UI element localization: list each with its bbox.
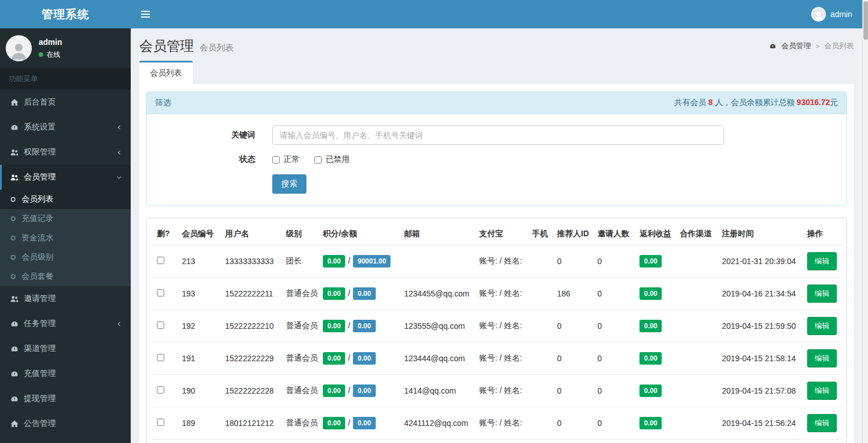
- invite-count-cell: 0: [593, 245, 635, 278]
- channel-cell: [675, 440, 717, 443]
- page-title: 会员管理 会员列表: [139, 37, 234, 55]
- row-delete-checkbox[interactable]: [157, 257, 164, 264]
- username-cell: 15222222229: [221, 342, 281, 375]
- page-scrollbar[interactable]: [862, 0, 868, 443]
- sidebar-item-label: 邀请管理: [24, 294, 56, 304]
- status-option-disabled[interactable]: 已禁用: [314, 154, 350, 165]
- edit-button[interactable]: 编辑: [807, 317, 837, 335]
- email-cell: 1234455@qq.com: [400, 278, 475, 310]
- sidebar-subitem[interactable]: 会员套餐: [0, 267, 131, 286]
- row-delete-checkbox[interactable]: [157, 289, 164, 296]
- col-actions: 操作: [803, 223, 843, 245]
- col-phone: 手机: [528, 223, 553, 245]
- row-delete-checkbox[interactable]: [157, 321, 164, 329]
- col-referrer-id: 推荐人ID: [553, 223, 593, 245]
- status-option-normal[interactable]: 正常: [272, 154, 300, 165]
- edit-button[interactable]: 编辑: [807, 414, 837, 432]
- checkbox-normal[interactable]: [272, 156, 280, 164]
- referrer-id-cell: 0: [553, 375, 593, 407]
- member-id-cell: 189: [177, 407, 221, 440]
- scrollbar-thumb[interactable]: [863, 1, 868, 40]
- points-badge: 0.00: [323, 352, 345, 365]
- channel-cell: [675, 245, 717, 278]
- referrer-id-cell: 0: [553, 342, 593, 375]
- row-delete-checkbox[interactable]: [157, 354, 164, 361]
- alipay-cell: 账号: / 姓名:: [475, 375, 528, 407]
- sidebar-user-panel: admin 在线: [0, 28, 131, 68]
- sidebar-subitem[interactable]: 会员列表: [0, 190, 131, 209]
- sidebar-item[interactable]: 轮播图管理: [0, 436, 131, 443]
- sidebar-item[interactable]: 后台首页: [0, 90, 131, 115]
- member-id-cell: 191: [177, 342, 221, 375]
- sidebar-item[interactable]: 权限管理: [0, 140, 131, 165]
- table-row: 188 15222222227 普通会员 0.00/0.00 123456@qq…: [152, 440, 843, 443]
- gauge-icon: [10, 370, 19, 378]
- phone-cell: [528, 440, 553, 443]
- sidebar-item[interactable]: 系统设置: [0, 115, 131, 140]
- sidebar-item[interactable]: 任务管理: [0, 311, 131, 336]
- gauge-icon: [10, 395, 19, 403]
- edit-button[interactable]: 编辑: [807, 349, 837, 367]
- rebate-badge: 0.00: [639, 417, 662, 429]
- sidebar-item[interactable]: 邀请管理: [0, 286, 131, 311]
- balance-badge: 0.00: [353, 320, 375, 332]
- checkbox-disabled[interactable]: [314, 156, 322, 164]
- alipay-cell: 账号: / 姓名:: [475, 342, 528, 375]
- register-time-cell: 2019-04-15 21:47:30: [717, 440, 803, 443]
- breadcrumb-parent[interactable]: 会员管理: [781, 41, 811, 51]
- level-cell: 普通会员: [281, 278, 318, 310]
- edit-button[interactable]: 编辑: [807, 285, 837, 303]
- sidebar-username: admin: [39, 37, 62, 47]
- sidebar-item[interactable]: 会员管理: [0, 165, 131, 190]
- sidebar: admin 在线 功能菜单 后台首页系统设置权限管理会员管理会员列表充值记录资金…: [0, 28, 131, 443]
- edit-button[interactable]: 编辑: [807, 252, 837, 270]
- channel-cell: [675, 407, 717, 440]
- points-balance-cell: 0.00/0.00: [318, 375, 400, 407]
- col-username: 用户名: [221, 223, 281, 245]
- sidebar-item[interactable]: 公告管理: [0, 411, 131, 436]
- channel-cell: [675, 375, 717, 407]
- alipay-cell: 账号: / 姓名:: [475, 310, 528, 342]
- breadcrumb: 会员管理 > 会员列表: [769, 41, 854, 51]
- sidebar-item[interactable]: 充值管理: [0, 361, 131, 386]
- tab-member-list[interactable]: 会员列表: [139, 61, 193, 84]
- sidebar-toggle-button[interactable]: [131, 0, 160, 28]
- navbar-user-menu[interactable]: admin: [801, 0, 862, 28]
- points-badge: 0.00: [323, 320, 345, 332]
- email-cell: 1414@qq.com: [400, 375, 475, 407]
- breadcrumb-separator: >: [815, 42, 820, 51]
- sidebar-subitem[interactable]: 充值记录: [0, 209, 131, 228]
- sidebar-subitem[interactable]: 会员级别: [0, 248, 131, 267]
- search-button[interactable]: 搜索: [272, 174, 306, 194]
- table-row: 213 13333333333 团长 0.00/90001.00 账号: / 姓…: [152, 245, 843, 278]
- member-id-cell: 192: [177, 310, 221, 342]
- sidebar-item[interactable]: 提现管理: [0, 386, 131, 411]
- balance-badge: 0.00: [353, 385, 375, 397]
- member-id-cell: 188: [177, 440, 221, 443]
- gauge-icon: [10, 320, 19, 328]
- row-delete-checkbox[interactable]: [157, 386, 164, 394]
- keyword-label: 关键词: [155, 130, 255, 140]
- username-cell: 15222222228: [221, 375, 281, 407]
- rebate-badge: 0.00: [639, 385, 662, 397]
- table-header-row: 删? 会员编号 用户名 级别 积分/余额 邮箱 支付宝 手机 推荐人ID 邀: [152, 223, 843, 245]
- col-invite-count: 邀请人数: [593, 223, 635, 245]
- referrer-id-cell: 0: [553, 440, 593, 443]
- navbar: admin: [131, 0, 862, 28]
- edit-button[interactable]: 编辑: [807, 382, 837, 400]
- users-icon: [10, 295, 19, 303]
- rebate-cell: 0.00: [635, 310, 675, 342]
- row-delete-checkbox[interactable]: [157, 419, 164, 426]
- channel-cell: [675, 310, 717, 342]
- sidebar-subitem[interactable]: 资金流水: [0, 228, 131, 248]
- keyword-input[interactable]: [272, 126, 724, 145]
- sidebar-item[interactable]: 渠道管理: [0, 336, 131, 361]
- page-subtitle: 会员列表: [200, 43, 234, 53]
- rebate-cell: 0.00: [635, 440, 675, 443]
- breadcrumb-current: 会员列表: [824, 41, 854, 51]
- member-id-cell: 190: [177, 375, 221, 407]
- home-icon: [10, 420, 19, 428]
- brand-logo[interactable]: 管理系统: [0, 0, 131, 28]
- sidebar-subitem-label: 会员列表: [22, 194, 53, 204]
- alipay-cell: 账号: / 姓名:: [475, 245, 528, 278]
